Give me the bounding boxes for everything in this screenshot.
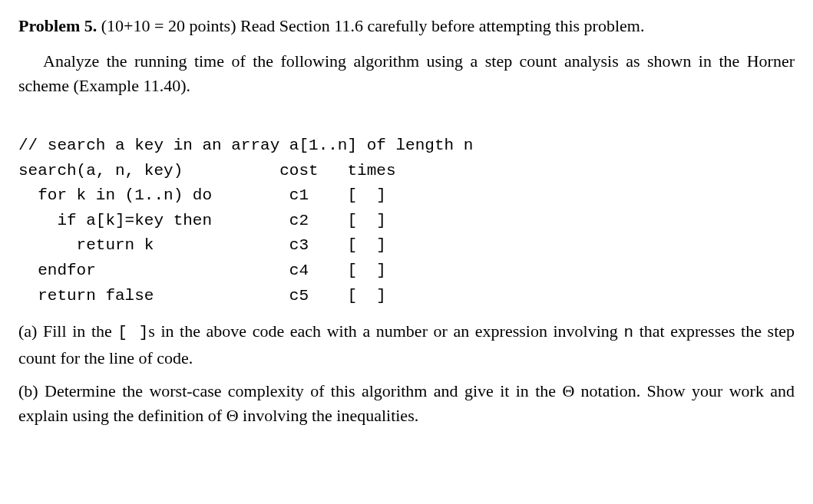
intro-paragraph: Analyze the running time of the followin… xyxy=(18,49,795,98)
code-line-if: if a[k]=key then c2 [ ] xyxy=(18,212,386,229)
heading-instruction: Read Section 11.6 carefully before attem… xyxy=(240,16,644,35)
part-a-var-n: n xyxy=(623,324,633,341)
part-b-text3: involving the inequalities. xyxy=(239,406,419,425)
theta-symbol: Θ xyxy=(226,406,239,425)
code-line-header: search(a, n, key) cost times xyxy=(18,162,395,180)
code-block: // search a key in an array a[1..n] of l… xyxy=(18,109,795,308)
code-line-return-false: return false c5 [ ] xyxy=(18,287,386,305)
code-line-comment: // search a key in an array a[1..n] of l… xyxy=(18,137,473,154)
part-b-label: (b) xyxy=(18,381,45,400)
theta-symbol: Θ xyxy=(562,381,574,400)
points-text: (10+10 = 20 points) xyxy=(97,16,240,35)
part-a: (a) Fill in the [ ]s in the above code e… xyxy=(18,319,795,370)
code-line-endfor: endfor c4 [ ] xyxy=(18,262,386,279)
part-a-text2: s in the above code each with a number o… xyxy=(148,321,623,341)
part-a-label: (a) xyxy=(18,321,43,341)
part-b-text1: Determine the worst-case complexity of t… xyxy=(45,381,562,400)
code-line-return-k: return k c3 [ ] xyxy=(18,236,386,254)
part-b: (b) Determine the worst-case complexity … xyxy=(18,379,795,428)
part-a-bracket: [ ] xyxy=(117,324,148,341)
problem-heading: Problem 5. (10+10 = 20 points) Read Sect… xyxy=(18,14,795,38)
part-a-text1: Fill in the xyxy=(43,321,117,341)
code-line-for: for k in (1..n) do c1 [ ] xyxy=(18,186,386,204)
problem-title: Problem 5. xyxy=(18,16,97,35)
